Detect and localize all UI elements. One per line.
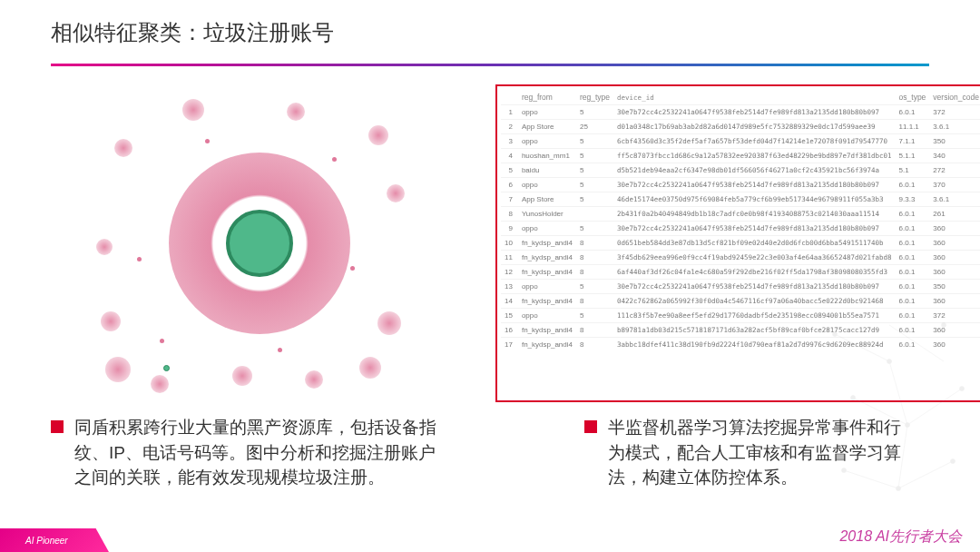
table-row: 12fn_kydsp_andi486af440af3df26c04fa1e4c6…: [501, 265, 980, 280]
bullet-left: 同盾积累跨行业大量的黑产资源库，包括设备指纹、IP、电话号码等。图中分析和挖掘注…: [51, 415, 450, 490]
table-row: 16fn_kydsp_andi48b89781a1db03d215c571818…: [501, 323, 980, 338]
col-header: reg_from: [518, 90, 576, 105]
footer-badge: AI Pioneer: [0, 528, 109, 552]
table-cell: 3.6.1: [929, 120, 980, 134]
table-cell: 14: [501, 294, 518, 309]
table-cell: 30e7b72cc4c2532241a0647f9538feb2514d7fe9…: [613, 178, 896, 192]
satellite-cluster: [114, 139, 132, 157]
table-cell: 3.6.1: [929, 192, 980, 207]
table-cell: 272: [929, 163, 980, 178]
table-cell: 30e7b72cc4c2532241a0647f9538feb2514d7fe9…: [613, 105, 896, 120]
table-cell: 360: [929, 294, 980, 309]
table-cell: 8: [501, 207, 518, 222]
table-cell: 111c83f5b7ee90a8eef5efd29d17760dadbf5de2…: [613, 309, 896, 323]
table-cell: 30e7b72cc4c2532241a0647f9538feb2514d7fe9…: [613, 222, 896, 236]
table-cell: 3: [501, 134, 518, 149]
slide-title: 相似特征聚类：垃圾注册账号: [0, 0, 980, 56]
bullet-section: 同盾积累跨行业大量的黑产资源库，包括设备指纹、IP、电话号码等。图中分析和挖掘注…: [0, 402, 980, 490]
table-cell: 8: [576, 323, 613, 338]
table-cell: ff5c87073fbcc1d686c9a12a57832ee920387f63…: [613, 149, 896, 163]
table-cell: 4: [501, 149, 518, 163]
table-cell: fn_kydsp_andi4: [518, 236, 576, 251]
satellite-cluster: [305, 370, 323, 389]
table-cell: 360: [929, 265, 980, 280]
col-header: reg_type: [576, 90, 613, 105]
main-cluster-core: [226, 210, 293, 277]
bullet-marker-icon: [51, 420, 64, 433]
table-cell: 6.0.1: [896, 251, 930, 265]
table-cell: 8: [576, 338, 613, 352]
table-cell: 5: [576, 163, 613, 178]
table-row: 2App Store25d01a0348c17b69ab3ab2d82a6d01…: [501, 120, 980, 134]
col-header: [501, 90, 518, 105]
satellite-cluster: [182, 99, 204, 121]
registration-data-table: reg_fromreg_typedevice_idos_typeversion_…: [501, 90, 980, 351]
table-cell: 5: [576, 309, 613, 323]
table-cell: 8: [576, 236, 613, 251]
table-cell: [576, 207, 613, 222]
outlier-dot: [350, 266, 355, 271]
satellite-cluster: [232, 366, 252, 386]
table-cell: 9.3.3: [896, 192, 930, 207]
satellite-cluster: [105, 357, 131, 382]
table-cell: 372: [929, 309, 980, 323]
table-cell: b89781a1db03d215c5718187171d63a282acf5bf…: [613, 323, 896, 338]
table-row: 15oppo5111c83f5b7ee90a8eef5efd29d17760da…: [501, 309, 980, 323]
bullet-right-text: 半监督机器学习算法挖掘异常事件和行为模式，配合人工审核和有监督学习算法，构建立体…: [608, 415, 911, 490]
table-cell: 5: [576, 280, 613, 294]
table-cell: 6.0.1: [896, 294, 930, 309]
table-cell: 360: [929, 251, 980, 265]
content-area: reg_fromreg_typedevice_idos_typeversion_…: [0, 66, 980, 402]
table-cell: 11: [501, 251, 518, 265]
table-cell: 6.0.1: [896, 105, 930, 120]
outlier-dot: [332, 157, 337, 162]
table-cell: 17: [501, 338, 518, 352]
table-row: 4huoshan_mm15ff5c87073fbcc1d686c9a12a578…: [501, 149, 980, 163]
table-row: 11fn_kydsp_andi483f45db629eea996e0f9cc4f…: [501, 251, 980, 265]
table-cell: 15: [501, 309, 518, 323]
table-row: 5baidu5d5b521deb94eaa2cf6347e98db01df566…: [501, 163, 980, 178]
table-cell: fn_kydsp_andi4: [518, 251, 576, 265]
table-cell: fn_kydsp_andi4: [518, 323, 576, 338]
footer-conference-name: 2018 AI先行者大会: [839, 527, 962, 547]
table-cell: 1: [501, 105, 518, 120]
table-cell: 10: [501, 236, 518, 251]
table-cell: 6af440af3df26c04fa1e4c680a59f292dbe216f0…: [613, 265, 896, 280]
data-table-panel: reg_fromreg_typedevice_idos_typeversion_…: [495, 84, 980, 402]
table-cell: d01a0348c17b69ab3ab2d82a6d0147d989e5fc75…: [613, 120, 896, 134]
table-cell: 6.0.1: [896, 265, 930, 280]
table-cell: 360: [929, 236, 980, 251]
table-cell: 5: [501, 163, 518, 178]
col-header: os_type: [896, 90, 930, 105]
table-cell: 350: [929, 280, 980, 294]
table-cell: 5.1: [896, 163, 930, 178]
table-cell: 372: [929, 105, 980, 120]
satellite-cluster: [377, 311, 401, 335]
table-cell: 6.0.1: [896, 178, 930, 192]
table-cell: fn_kydsp_andi4: [518, 338, 576, 352]
table-cell: 8: [576, 294, 613, 309]
outlier-dot: [137, 257, 142, 261]
table-cell: 0d651beb584dd3e87db13d5cf821bf09e02d40e2…: [613, 236, 896, 251]
table-cell: oppo: [518, 134, 576, 149]
table-cell: huoshan_mm1: [518, 149, 576, 163]
satellite-cluster: [101, 311, 121, 331]
green-outlier-dot: [163, 365, 170, 371]
footer-badge-text: AI Pioneer: [25, 536, 68, 546]
outlier-dot: [205, 139, 210, 143]
table-cell: 5.1.1: [896, 149, 930, 163]
table-cell: 5: [576, 192, 613, 207]
table-cell: 3abbc18dfef411c38d190fb9d2224f10d790eaf8…: [613, 338, 896, 352]
bullet-marker-icon: [584, 420, 597, 433]
table-row: 14fn_kydsp_andi480422c762862a065992f30f0…: [501, 294, 980, 309]
table-row: 13oppo530e7b72cc4c2532241a0647f9538feb25…: [501, 280, 980, 294]
satellite-cluster: [368, 125, 388, 145]
table-cell: oppo: [518, 222, 576, 236]
satellite-cluster: [96, 239, 113, 255]
table-row: 9oppo530e7b72cc4c2532241a0647f9538feb251…: [501, 222, 980, 236]
table-cell: 6.0.1: [896, 207, 930, 222]
table-cell: oppo: [518, 280, 576, 294]
table-cell: 5: [576, 222, 613, 236]
table-cell: 3f45db629eea996e0f9cc4f19abd92459e22c3e0…: [613, 251, 896, 265]
table-cell: 350: [929, 134, 980, 149]
